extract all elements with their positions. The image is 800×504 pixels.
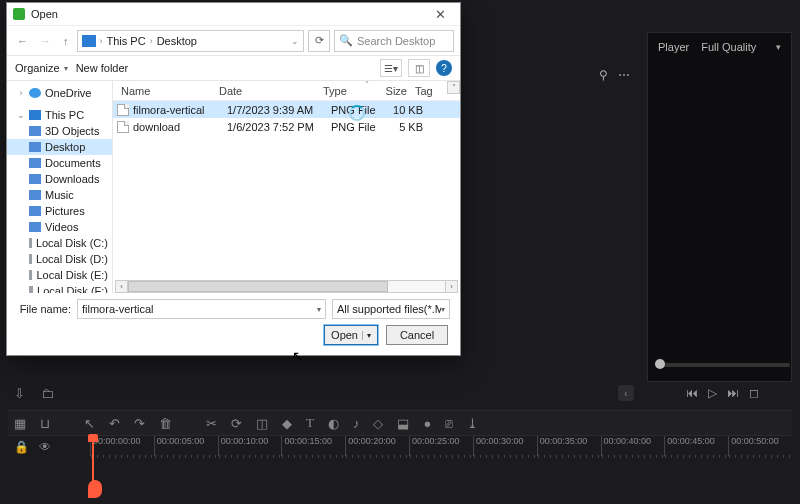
file-row[interactable]: filmora-vertical 1/7/2023 9:39 AM PNG Fi… <box>113 101 460 118</box>
timeline-ruler[interactable]: 00:00:00:00 00:00:05:00 00:00:10:00 00:0… <box>90 436 792 456</box>
sort-indicator-icon: ˄ <box>365 80 369 89</box>
list-header[interactable]: Name Date ˄ Type Size Tag <box>113 81 460 101</box>
col-size[interactable]: Size <box>371 85 411 97</box>
chevron-down-icon[interactable]: ▾ <box>317 305 321 314</box>
ruler-tick: 00:00:05:00 <box>154 436 218 456</box>
render-icon[interactable]: ⬓ <box>397 416 409 431</box>
view-mode-icon[interactable]: ☰▾ <box>380 59 402 77</box>
filter-value: All supported files(*.MP4;*.FLV; <box>337 303 441 315</box>
play-icon[interactable]: ▷ <box>708 386 717 400</box>
tree-videos[interactable]: Videos <box>7 219 112 235</box>
chevron-down-icon[interactable]: ▾ <box>362 331 371 340</box>
help-icon[interactable]: ? <box>436 60 452 76</box>
more-icon[interactable]: ⋯ <box>618 68 630 82</box>
file-row[interactable]: download 1/6/2023 7:52 PM PNG File 5 KB <box>113 118 460 135</box>
magnet-icon[interactable]: ⊔ <box>40 416 50 431</box>
nav-back-icon[interactable]: ← <box>13 33 32 49</box>
breadcrumb-seg[interactable]: Desktop <box>157 35 197 47</box>
col-date[interactable]: Date <box>215 85 319 97</box>
scroll-left-icon[interactable]: ‹ <box>115 280 128 293</box>
tree-disk-e[interactable]: Local Disk (E:) <box>7 267 112 283</box>
file-icon <box>117 121 129 133</box>
h-scrollbar[interactable]: ‹ › <box>115 280 458 293</box>
undo-icon[interactable]: ↶ <box>109 416 120 431</box>
nav-tree: ›OneDrive ⌄This PC 3D Objects Desktop Do… <box>7 81 113 293</box>
speed-icon[interactable]: ⟳ <box>231 416 242 431</box>
tree-3d-objects[interactable]: 3D Objects <box>7 123 112 139</box>
filename-field[interactable]: filmora-vertical ▾ <box>77 299 326 319</box>
pointer-icon[interactable]: ↖ <box>84 416 95 431</box>
prev-frame-icon[interactable]: ⏮ <box>686 386 698 400</box>
tree-downloads[interactable]: Downloads <box>7 171 112 187</box>
new-folder-icon[interactable]: 🗀 <box>41 386 54 401</box>
open-button[interactable]: Open▾ <box>324 325 378 345</box>
breadcrumb-seg[interactable]: This PC <box>107 35 146 47</box>
tree-disk-c[interactable]: Local Disk (C:) <box>7 235 112 251</box>
nav-up-icon[interactable]: ↑ <box>59 33 73 49</box>
search-icon: 🔍 <box>339 34 353 47</box>
player-tab[interactable]: Player <box>658 41 689 53</box>
tree-pictures[interactable]: Pictures <box>7 203 112 219</box>
marker-icon[interactable]: ◆ <box>282 416 292 431</box>
file-name: filmora-vertical <box>133 104 227 116</box>
tree-this-pc[interactable]: ⌄This PC <box>7 107 112 123</box>
close-icon[interactable]: ✕ <box>426 7 454 22</box>
col-tags[interactable]: Tag <box>411 85 460 97</box>
asset-panel-toolbar: ⚲ ⋯ <box>465 60 640 90</box>
cut-icon[interactable]: ✂ <box>206 416 217 431</box>
keyframe-icon[interactable]: ◇ <box>373 416 383 431</box>
filter-icon[interactable]: ⚲ <box>599 68 608 82</box>
lock-icon[interactable]: 🔒 <box>14 440 29 454</box>
collapse-icon[interactable]: ‹ <box>618 385 634 401</box>
tree-music[interactable]: Music <box>7 187 112 203</box>
redo-icon[interactable]: ↷ <box>134 416 145 431</box>
mute-icon[interactable]: 👁 <box>39 440 51 454</box>
transport-controls: ⏮ ▷ ⏭ ◻ <box>655 383 790 403</box>
audio-icon[interactable]: ♪ <box>353 416 360 431</box>
next-frame-icon[interactable]: ⏭ <box>727 386 739 400</box>
ruler-tick: 00:00:10:00 <box>218 436 282 456</box>
tree-disk-d[interactable]: Local Disk (D:) <box>7 251 112 267</box>
seek-knob[interactable] <box>655 359 665 369</box>
player-seekbar[interactable] <box>655 363 790 367</box>
preview-pane-icon[interactable]: ◫ <box>408 59 430 77</box>
mixer-icon[interactable]: ⎚ <box>445 416 453 431</box>
ruler-tick: 00:00:25:00 <box>409 436 473 456</box>
tree-documents[interactable]: Documents <box>7 155 112 171</box>
tree-onedrive[interactable]: ›OneDrive <box>7 85 112 101</box>
filename-value: filmora-vertical <box>82 303 154 315</box>
chevron-down-icon[interactable]: ▾ <box>776 42 781 52</box>
new-folder-button[interactable]: New folder <box>76 62 129 74</box>
scroll-right-icon[interactable]: › <box>445 280 458 293</box>
tree-desktop[interactable]: Desktop <box>7 139 112 155</box>
nav-fwd-icon[interactable]: → <box>36 33 55 49</box>
chevron-right-icon: › <box>100 36 103 46</box>
import-icon[interactable]: ⇩ <box>14 386 25 401</box>
refresh-icon[interactable]: ⟳ <box>308 30 330 52</box>
breadcrumb[interactable]: › This PC › Desktop ⌄ <box>77 30 305 52</box>
record-icon[interactable]: ● <box>423 416 431 431</box>
export-icon[interactable]: ⤓ <box>467 416 478 431</box>
stop-icon[interactable]: ◻ <box>749 386 759 400</box>
search-input[interactable]: 🔍 Search Desktop <box>334 30 454 52</box>
ruler-tick: 00:00:20:00 <box>345 436 409 456</box>
dialog-title: Open <box>31 8 58 20</box>
scrollbar-thumb[interactable] <box>128 281 388 292</box>
chevron-down-icon[interactable]: ⌄ <box>291 36 299 46</box>
tree-disk-f[interactable]: Local Disk (F:) <box>7 283 112 293</box>
filetype-filter[interactable]: All supported files(*.MP4;*.FLV; ▾ <box>332 299 450 319</box>
delete-icon[interactable]: 🗑 <box>159 416 172 431</box>
chevron-down-icon[interactable]: ▾ <box>441 305 445 314</box>
clip-handle[interactable] <box>88 480 102 498</box>
quality-dropdown[interactable]: Full Quality <box>701 41 756 53</box>
chevron-right-icon: › <box>150 36 153 46</box>
file-type: PNG File <box>331 121 383 133</box>
cancel-button[interactable]: Cancel <box>386 325 448 345</box>
grid-icon[interactable]: ▦ <box>14 416 26 431</box>
crop-icon[interactable]: ◫ <box>256 416 268 431</box>
organize-menu[interactable]: Organize▾ <box>15 62 68 74</box>
col-type[interactable]: Type <box>319 85 371 97</box>
color-icon[interactable]: ◐ <box>328 416 339 431</box>
col-name[interactable]: Name <box>117 85 215 97</box>
text-icon[interactable]: T <box>306 415 314 431</box>
